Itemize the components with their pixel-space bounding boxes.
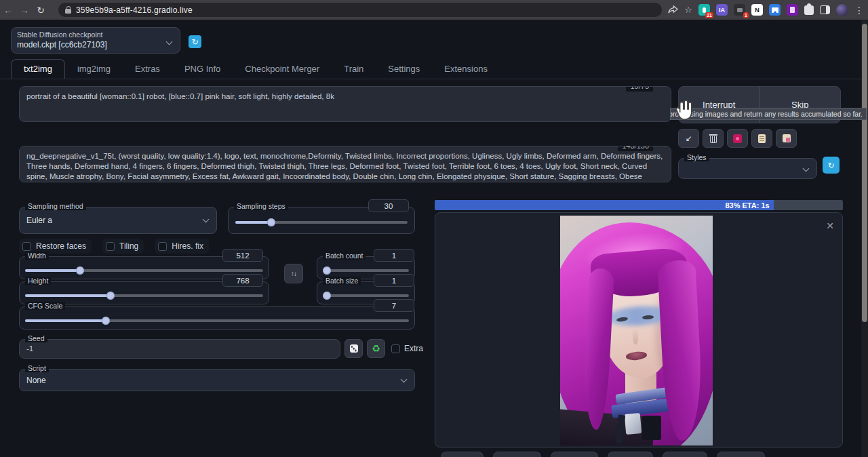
batch-size-label: Batch size <box>323 277 361 285</box>
extension-pin-icon[interactable]: 21 <box>698 4 710 16</box>
apply-styles-icon[interactable] <box>751 129 772 148</box>
sampling-method-dropdown[interactable]: Sampling method Euler a <box>19 207 217 234</box>
gallery-action-buttons <box>441 452 765 457</box>
tab-checkpoint-merger[interactable]: Checkpoint Merger <box>233 60 332 79</box>
share-icon[interactable] <box>668 5 678 14</box>
sampling-method-value: Euler a <box>26 216 52 225</box>
close-icon[interactable]: ✕ <box>826 221 834 231</box>
mouse-cursor <box>671 93 697 125</box>
seed-label: Seed <box>25 334 47 342</box>
progress-fill: 83% ETA: 1s <box>435 200 774 210</box>
prompt-input[interactable]: portrait of a beautiful [woman::0.1] rob… <box>19 86 671 122</box>
browser-toolbar: ← → ↻ 359e5b9a-a5ff-4216.gradio.live ☆ 2… <box>0 0 868 20</box>
height-label: Height <box>25 277 51 285</box>
gallery-action-button-stub[interactable] <box>493 452 541 457</box>
batch-count-input[interactable]: 1 <box>374 249 414 262</box>
trash-icon[interactable] <box>703 129 724 148</box>
random-seed-dice-button[interactable] <box>344 339 363 358</box>
swap-dimensions-button[interactable]: ↑↓ <box>284 264 303 283</box>
profile-avatar[interactable] <box>836 4 848 16</box>
sampling-steps-input[interactable]: 30 <box>368 199 409 212</box>
refresh-checkpoint-button[interactable]: ↻ <box>189 35 201 48</box>
stable-diffusion-webui: Stable Diffusion checkpoint model.ckpt [… <box>0 20 868 457</box>
height-slider[interactable] <box>25 292 263 300</box>
scrollbar-thumb[interactable] <box>862 24 867 322</box>
main-tabs: txt2img img2img Extras PNG Info Checkpoi… <box>11 60 500 79</box>
tab-txt2img[interactable]: txt2img <box>11 59 65 79</box>
checkpoint-dropdown[interactable]: Stable Diffusion checkpoint model.ckpt [… <box>11 27 180 54</box>
prompt-token-counter: 19/75 <box>626 86 653 92</box>
chevron-down-icon <box>203 216 210 223</box>
back-icon[interactable]: ← <box>0 5 16 16</box>
page-scrollbar[interactable] <box>861 20 868 457</box>
extension-onenote-icon[interactable] <box>787 4 798 16</box>
seed-value: -1 <box>26 344 33 353</box>
forward-icon[interactable]: → <box>16 5 33 16</box>
extensions-puzzle-icon[interactable] <box>804 5 814 15</box>
width-input[interactable]: 512 <box>222 249 263 262</box>
tab-divider <box>0 79 868 79</box>
gallery-action-button-stub[interactable] <box>551 452 598 457</box>
reuse-seed-recycle-button[interactable]: ♻ <box>367 339 385 358</box>
gallery-action-button-stub[interactable] <box>441 452 484 457</box>
page-url: 359e5b9a-a5ff-4216.gradio.live <box>76 5 193 15</box>
cfg-scale-block: CFG Scale 7 <box>19 306 415 330</box>
styles-label: Styles <box>684 153 709 161</box>
height-block: Height 768 <box>19 281 269 304</box>
cfg-scale-slider[interactable] <box>25 317 409 325</box>
script-label: Script <box>25 364 49 372</box>
extension-image-icon[interactable] <box>769 4 781 16</box>
styles-dropdown[interactable]: Styles <box>678 158 817 179</box>
address-bar[interactable]: 359e5b9a-a5ff-4216.gradio.live <box>58 3 662 17</box>
prompt-tools: ↙ <box>678 129 797 148</box>
checkbox-icon <box>106 242 115 251</box>
sampling-steps-block: Sampling steps 30 <box>228 207 415 234</box>
reload-icon[interactable]: ↻ <box>33 5 49 16</box>
extension-ia-icon[interactable]: IA <box>716 4 728 16</box>
tab-img2img[interactable]: img2img <box>65 60 123 79</box>
generated-image-preview[interactable] <box>560 216 713 445</box>
extra-seed-checkbox[interactable]: Extra <box>391 344 423 353</box>
sampling-steps-label: Sampling steps <box>234 202 288 210</box>
cfg-scale-input[interactable]: 7 <box>374 299 414 312</box>
tiling-checkbox[interactable]: Tiling <box>102 239 144 254</box>
prompt-text: portrait of a beautiful [woman::0.1] rob… <box>26 92 334 100</box>
tab-settings[interactable]: Settings <box>376 60 432 79</box>
extension-camera-icon[interactable]: 1 <box>734 4 745 16</box>
menu-dots-icon[interactable]: ⋮ <box>854 5 864 16</box>
script-dropdown[interactable]: Script None <box>19 369 415 391</box>
sampling-steps-slider[interactable] <box>235 218 408 226</box>
tab-extras[interactable]: Extras <box>123 60 172 79</box>
batch-count-label: Batch count <box>323 252 366 260</box>
hires-fix-checkbox[interactable]: Hires. fix <box>155 239 209 254</box>
bookmark-star-icon[interactable]: ☆ <box>684 5 692 15</box>
seed-input[interactable]: Seed -1 <box>19 339 340 359</box>
progress-bar: 83% ETA: 1s <box>435 200 843 210</box>
gallery-action-button-stub[interactable] <box>663 452 707 457</box>
extension-notion-icon[interactable]: N <box>751 4 763 16</box>
gallery-action-button-stub[interactable] <box>608 452 653 457</box>
refresh-styles-button[interactable]: ↻ <box>823 157 840 174</box>
checkbox-icon <box>22 242 31 251</box>
chevron-down-icon <box>401 376 408 382</box>
sampling-method-label: Sampling method <box>25 202 86 210</box>
tab-png-info[interactable]: PNG Info <box>172 60 233 79</box>
sidepanel-icon[interactable] <box>820 5 830 14</box>
height-input[interactable]: 768 <box>222 274 263 287</box>
output-gallery: ✕ <box>435 212 843 448</box>
batch-size-input[interactable]: 1 <box>374 274 414 287</box>
negative-token-counter: 143/150 <box>618 146 653 151</box>
lock-icon <box>65 6 71 14</box>
checkpoint-label: Stable Diffusion checkpoint <box>17 31 174 39</box>
tab-extensions[interactable]: Extensions <box>432 60 500 79</box>
paste-params-arrow-icon[interactable]: ↙ <box>678 129 699 148</box>
tab-train[interactable]: Train <box>332 60 376 79</box>
chevron-down-icon <box>803 165 810 172</box>
gallery-action-button-stub[interactable] <box>717 452 765 457</box>
checkbox-icon <box>391 344 400 353</box>
negative-prompt-input[interactable]: ng_deepnegative_v1_75t, (worst quality, … <box>19 146 671 182</box>
extra-networks-icon[interactable] <box>727 129 748 148</box>
interrupt-tooltip: Stop processing images and return any re… <box>670 108 867 120</box>
negative-prompt-text: ng_deepnegative_v1_75t, (worst quality, … <box>26 152 663 182</box>
save-style-icon[interactable] <box>776 129 797 148</box>
